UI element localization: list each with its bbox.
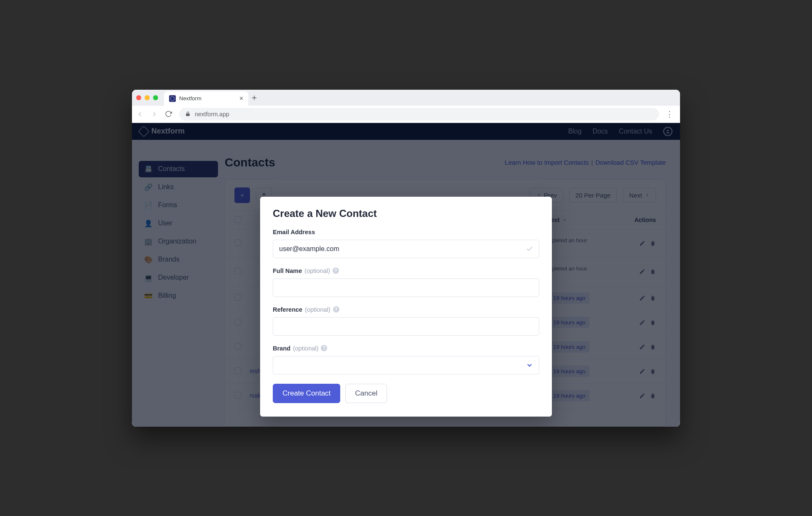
reload-button[interactable] xyxy=(165,110,175,118)
field-fullname: Full Name (optional) ? xyxy=(273,267,539,297)
create-contact-button[interactable]: Create Contact xyxy=(273,384,340,403)
window-controls xyxy=(136,95,158,100)
url-text: nextform.app xyxy=(195,111,229,118)
back-button[interactable] xyxy=(136,110,146,118)
lock-icon xyxy=(185,111,191,117)
create-contact-modal: Create a New Contact Email Address Full … xyxy=(260,197,552,417)
email-label: Email Address xyxy=(273,229,315,235)
optional-tag: (optional) xyxy=(304,267,330,274)
field-email: Email Address xyxy=(273,229,539,258)
field-reference: Reference (optional) ? xyxy=(273,306,539,336)
maximize-window-icon[interactable] xyxy=(153,95,158,100)
modal-actions: Create Contact Cancel xyxy=(273,384,539,403)
help-icon[interactable]: ? xyxy=(333,306,339,313)
help-icon[interactable]: ? xyxy=(333,267,339,274)
browser-menu-button[interactable]: ⋮ xyxy=(663,110,676,119)
tab-strip: Nextform × ＋ xyxy=(132,90,680,106)
url-field[interactable]: nextform.app xyxy=(179,108,659,120)
address-bar: nextform.app ⋮ xyxy=(132,106,680,123)
close-tab-icon[interactable]: × xyxy=(239,95,243,102)
fullname-label: Full Name xyxy=(273,267,302,274)
reference-label: Reference xyxy=(273,306,302,313)
browser-chrome: Nextform × ＋ nextform.app ⋮ xyxy=(132,90,680,123)
new-tab-button[interactable]: ＋ xyxy=(248,92,260,103)
forward-button[interactable] xyxy=(151,110,161,118)
help-icon[interactable]: ? xyxy=(321,345,327,351)
fullname-input[interactable] xyxy=(273,278,539,297)
brand-select[interactable] xyxy=(273,356,539,374)
cancel-button[interactable]: Cancel xyxy=(345,384,387,403)
browser-tab[interactable]: Nextform × xyxy=(164,91,248,106)
close-window-icon[interactable] xyxy=(136,95,141,100)
optional-tag: (optional) xyxy=(293,345,318,352)
favicon-icon xyxy=(169,95,176,102)
email-input[interactable] xyxy=(273,240,539,258)
modal-title: Create a New Contact xyxy=(273,208,539,219)
optional-tag: (optional) xyxy=(305,306,330,313)
check-icon xyxy=(526,245,533,253)
tab-title: Nextform xyxy=(179,95,202,102)
minimize-window-icon[interactable] xyxy=(145,95,150,100)
field-brand: Brand (optional) ? xyxy=(273,345,539,374)
reference-input[interactable] xyxy=(273,317,539,336)
brand-label: Brand xyxy=(273,345,290,352)
browser-window: Nextform × ＋ nextform.app ⋮ xyxy=(132,90,680,427)
chevron-down-icon xyxy=(526,361,533,369)
app-viewport: Nextform Blog Docs Contact Us 📇 Contacts… xyxy=(132,123,680,427)
